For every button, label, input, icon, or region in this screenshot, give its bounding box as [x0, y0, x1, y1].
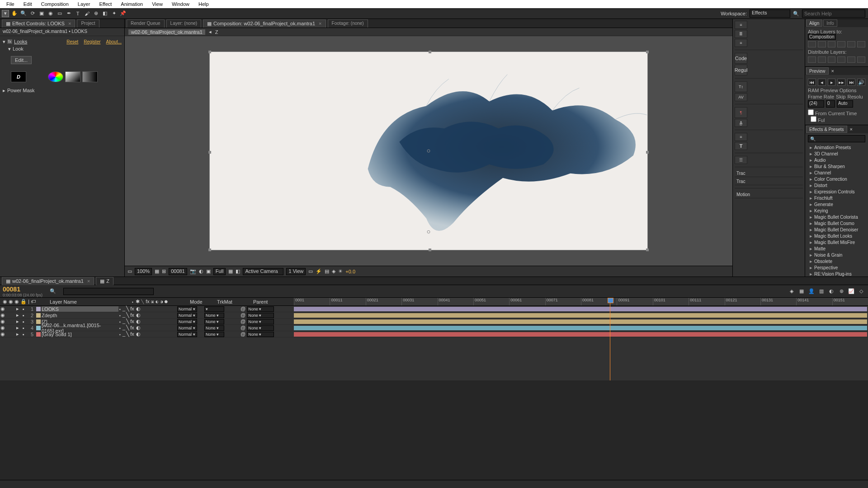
- effects-search-input[interactable]: [808, 135, 865, 142]
- next-frame-button[interactable]: ▸▸: [837, 79, 845, 86]
- pen-tool[interactable]: ✒: [65, 10, 72, 17]
- effects-category[interactable]: ▸Obsolete: [808, 258, 865, 264]
- visibility-toggle[interactable]: ◉: [0, 306, 5, 312]
- workspace-dropdown[interactable]: Effects: [750, 9, 790, 18]
- col-mode[interactable]: Mode: [190, 299, 217, 305]
- label-icon[interactable]: ▪: [23, 313, 29, 318]
- roto-tool[interactable]: ✦: [110, 10, 118, 17]
- trkmat-dropdown[interactable]: None ▾: [204, 332, 224, 337]
- layer-track[interactable]: [294, 331, 868, 338]
- time-tick[interactable]: 00141: [796, 298, 832, 305]
- time-tick[interactable]: 00051: [473, 298, 509, 305]
- snapshot-icon[interactable]: 📷: [190, 268, 196, 274]
- effects-category[interactable]: ▸Blur & Sharpen: [808, 163, 865, 169]
- current-timecode[interactable]: 00081: [3, 286, 42, 293]
- camera-tool[interactable]: ▣: [38, 10, 45, 17]
- effects-category[interactable]: ▸Magic Bullet Looks: [808, 233, 865, 239]
- menu-window[interactable]: Window: [167, 1, 194, 7]
- parent-dropdown[interactable]: None ▾: [247, 306, 274, 312]
- close-icon[interactable]: ×: [87, 277, 90, 285]
- edit-look-button[interactable]: Edit...: [11, 56, 32, 64]
- tab-effect-controls[interactable]: ▦ Effect Controls: LOOKS ×: [2, 19, 75, 28]
- effects-category[interactable]: ▸Channel: [808, 169, 865, 176]
- code-tab[interactable]: Code: [735, 53, 747, 64]
- fullscreen-checkbox[interactable]: [811, 116, 816, 122]
- exposure-value[interactable]: +0.0: [345, 269, 355, 274]
- align-center-icon[interactable]: ≣: [735, 30, 747, 38]
- list-icon[interactable]: ☰: [735, 156, 747, 164]
- time-tick[interactable]: 00011: [330, 298, 365, 305]
- tracker-tab2[interactable]: Trac: [735, 178, 803, 185]
- baseline-icon[interactable]: A̲: [735, 119, 747, 127]
- layer-switches[interactable]: ⬩_╲fx◐: [118, 325, 177, 331]
- dist-5[interactable]: [847, 56, 855, 63]
- align-hcenter-button[interactable]: [818, 41, 826, 47]
- tab-layer[interactable]: Layer: (none): [166, 19, 201, 28]
- pickwhip-icon[interactable]: @: [241, 319, 245, 324]
- pan-behind-tool[interactable]: ◉: [47, 10, 54, 17]
- bold-icon[interactable]: T: [735, 142, 747, 150]
- effects-category[interactable]: ▸Matte: [808, 245, 865, 252]
- close-icon[interactable]: ×: [850, 127, 853, 132]
- blend-mode-dropdown[interactable]: Normal ▾: [177, 332, 197, 337]
- layer-track[interactable]: [294, 319, 868, 325]
- transparency-icon[interactable]: ▦: [228, 268, 233, 274]
- menu-composition[interactable]: Composition: [37, 1, 73, 7]
- skip-dropdown[interactable]: 0: [826, 100, 835, 108]
- zoom-tool[interactable]: 🔍: [20, 10, 27, 17]
- channel-icon[interactable]: ◐: [199, 268, 203, 274]
- playhead[interactable]: [610, 298, 610, 380]
- prev-frame-button[interactable]: ◂: [818, 79, 826, 86]
- framerate-dropdown[interactable]: (24): [808, 100, 824, 108]
- time-tick[interactable]: 00111: [689, 298, 724, 305]
- col-parent[interactable]: Parent: [253, 299, 289, 305]
- layer-color[interactable]: [36, 326, 41, 330]
- dist-3[interactable]: [828, 56, 836, 63]
- align-left-button[interactable]: [808, 41, 816, 47]
- dist-2[interactable]: [818, 56, 826, 63]
- dist-6[interactable]: [857, 56, 865, 63]
- tab-info[interactable]: Info: [823, 19, 837, 27]
- eraser-tool[interactable]: ◧: [101, 10, 108, 17]
- twirl-icon[interactable]: ▸: [16, 319, 23, 324]
- effects-category[interactable]: ▸Generate: [808, 201, 865, 207]
- align-to-dropdown[interactable]: Composition: [808, 34, 836, 40]
- kerning-icon[interactable]: AV: [735, 93, 747, 101]
- layer-track[interactable]: [294, 306, 868, 312]
- pickwhip-icon[interactable]: @: [241, 325, 245, 330]
- shy-icon[interactable]: 👤: [807, 288, 816, 295]
- align-right-icon[interactable]: ≡: [735, 39, 747, 47]
- resolution-dropdown[interactable]: Auto: [837, 100, 853, 108]
- view-dropdown[interactable]: 1 View: [286, 268, 306, 275]
- graph-editor-icon[interactable]: 📈: [847, 288, 855, 295]
- search-help-input[interactable]: [802, 9, 865, 18]
- ruler-icon[interactable]: ▦: [155, 268, 159, 274]
- dist-4[interactable]: [837, 56, 845, 63]
- timeline-search-input[interactable]: [63, 288, 154, 295]
- timeline-tab-z[interactable]: ▦ Z: [96, 277, 113, 285]
- menu-help[interactable]: Help: [194, 1, 213, 7]
- effects-category[interactable]: ▸Magic Bullet Colorista: [808, 214, 865, 220]
- paragraph-icon[interactable]: ¶: [735, 107, 747, 118]
- time-tick[interactable]: 0001: [294, 298, 330, 305]
- tab-align[interactable]: Align: [806, 19, 822, 27]
- tab-effects-presets[interactable]: Effects & Presets: [806, 126, 847, 133]
- play-button[interactable]: ▸: [828, 79, 836, 86]
- justify-icon[interactable]: ≡: [735, 133, 747, 141]
- parent-dropdown[interactable]: None ▾: [247, 332, 274, 337]
- effects-category[interactable]: ▸Magic Bullet MisFire: [808, 239, 865, 245]
- comp-flowchart-icon[interactable]: ◈: [332, 268, 335, 274]
- effects-category[interactable]: ▸Distort: [808, 182, 865, 188]
- shape-tool[interactable]: ▭: [56, 10, 63, 17]
- layer-bar[interactable]: [294, 313, 867, 318]
- regular-tab[interactable]: Regul: [735, 65, 747, 75]
- label-icon[interactable]: ▪: [23, 332, 29, 337]
- camera-dropdown[interactable]: Active Camera: [243, 268, 283, 275]
- first-frame-button[interactable]: ⏮: [808, 79, 816, 86]
- layer-color[interactable]: [36, 313, 41, 318]
- tab-composition[interactable]: ▦ Composition: w02-06_finalProject_ok.ma…: [203, 19, 326, 28]
- layer-bar[interactable]: [294, 319, 867, 324]
- menu-effect[interactable]: Effect: [94, 1, 116, 7]
- layer-track[interactable]: [294, 325, 868, 331]
- label-icon[interactable]: ▪: [23, 306, 29, 312]
